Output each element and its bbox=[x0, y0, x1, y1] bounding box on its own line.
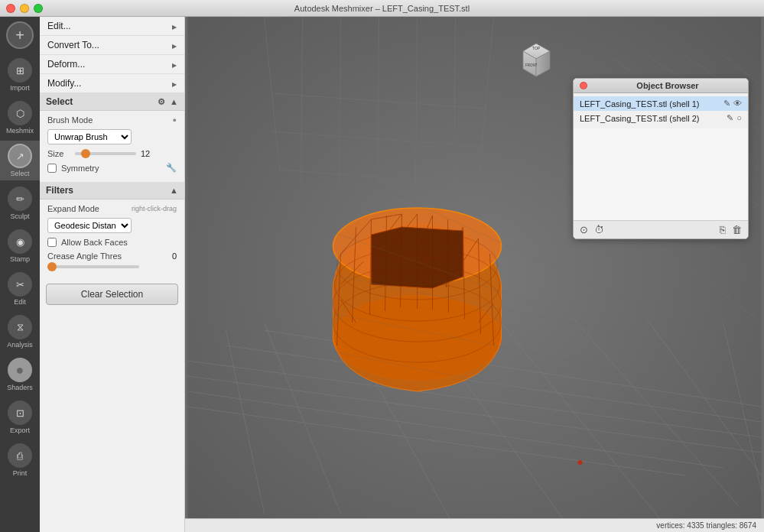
sidebar-item-export[interactable]: ⊡ Export bbox=[0, 397, 40, 437]
select-icon: ↗ bbox=[8, 144, 32, 168]
print-label: Print bbox=[13, 469, 28, 477]
shaders-icon: ● bbox=[8, 358, 32, 382]
minimize-button[interactable] bbox=[20, 4, 29, 13]
expand-mode-label: Expand Mode bbox=[47, 204, 99, 213]
icon-sidebar: + ⊞ Import ⬡ Meshmix ↗ Select ✏ Sculpt ◉… bbox=[0, 17, 40, 532]
maximize-button[interactable] bbox=[34, 4, 43, 13]
deform-menu-label: Deform... bbox=[47, 59, 85, 70]
shell2-edit-icon[interactable]: ✎ bbox=[727, 113, 733, 123]
brush-mode-dot: ● bbox=[173, 116, 177, 124]
select-section-icons: ⚙ ▲ bbox=[158, 97, 178, 107]
collapse-icon[interactable]: ▲ bbox=[170, 97, 178, 106]
modify-menu-item[interactable]: Modify... bbox=[40, 74, 184, 93]
left-panel: Edit... Convert To... Deform... Modify..… bbox=[40, 17, 185, 532]
sculpt-label: Sculpt bbox=[10, 212, 29, 220]
edit-chevron-icon bbox=[172, 21, 177, 31]
export-label: Export bbox=[10, 427, 30, 434]
edit-icon: ✂ bbox=[8, 272, 32, 297]
allow-back-faces-checkbox[interactable] bbox=[47, 238, 57, 247]
edit-menu-item[interactable]: Edit... bbox=[40, 17, 184, 36]
allow-back-faces-label: Allow Back Faces bbox=[61, 238, 128, 247]
svg-text:FRONT: FRONT bbox=[525, 63, 538, 67]
brush-mode-select[interactable]: Unwrap Brush Select Deselect bbox=[47, 129, 132, 144]
sidebar-item-edit[interactable]: ✂ Edit bbox=[0, 269, 40, 309]
deform-menu-item[interactable]: Deform... bbox=[40, 55, 184, 74]
main-container: + ⊞ Import ⬡ Meshmix ↗ Select ✏ Sculpt ◉… bbox=[0, 17, 764, 532]
select-section-header: Select ⚙ ▲ bbox=[40, 93, 184, 111]
sidebar-item-sculpt[interactable]: ✏ Sculpt bbox=[0, 183, 40, 223]
object-browser-shell2-icons: ✎ ○ bbox=[727, 113, 742, 123]
object-browser: Object Browser LEFT_Casing_TEST.stl (she… bbox=[573, 78, 749, 239]
sidebar-item-import[interactable]: ⊞ Import bbox=[0, 55, 40, 95]
expand-mode-row: Expand Mode right-click-drag bbox=[47, 204, 177, 213]
deform-chevron-icon bbox=[172, 59, 177, 70]
status-text: vertices: 4335 triangles: 8674 bbox=[656, 521, 756, 530]
sidebar-item-analysis[interactable]: ⧖ Analysis bbox=[0, 312, 40, 352]
shaders-label: Shaders bbox=[7, 384, 33, 391]
convert-chevron-icon bbox=[172, 40, 177, 50]
filters-collapse-icon[interactable]: ▲ bbox=[170, 186, 178, 195]
edit-label: Edit bbox=[14, 298, 26, 306]
window-title: Autodesk Meshmixer – LEFT_Casing_TEST.st… bbox=[294, 4, 470, 13]
size-label: Size bbox=[47, 149, 70, 158]
ob-time-icon[interactable]: ⏱ bbox=[594, 224, 604, 235]
size-value: 12 bbox=[141, 149, 150, 158]
select-section-title: Select bbox=[46, 96, 73, 107]
add-button[interactable]: + bbox=[6, 21, 34, 49]
object-browser-title-bar: Object Browser bbox=[574, 79, 748, 93]
clear-selection-button[interactable]: Clear Selection bbox=[46, 284, 178, 305]
shell2-eye-icon[interactable]: ○ bbox=[736, 113, 742, 123]
sidebar-item-stamp[interactable]: ◉ Stamp bbox=[0, 226, 40, 266]
stamp-label: Stamp bbox=[10, 255, 30, 263]
crease-angle-slider-container bbox=[47, 265, 177, 268]
brush-mode-row: Brush Mode ● bbox=[47, 115, 177, 125]
meshmix-label: Meshmix bbox=[6, 127, 34, 135]
sidebar-item-print[interactable]: ⎙ Print bbox=[0, 440, 40, 480]
object-browser-item-shell2[interactable]: LEFT_Casing_TEST.stl (shell 2) ✎ ○ bbox=[574, 111, 748, 125]
import-label: Import bbox=[10, 84, 30, 92]
select-panel-content: Brush Mode ● Unwrap Brush Select Deselec… bbox=[40, 111, 184, 182]
symmetry-checkbox[interactable] bbox=[47, 164, 57, 173]
object-browser-shell2-name: LEFT_Casing_TEST.stl (shell 2) bbox=[580, 114, 723, 123]
filters-panel-content: Expand Mode right-click-drag Geodesic Di… bbox=[40, 200, 184, 277]
close-button[interactable] bbox=[6, 4, 15, 13]
settings-icon[interactable]: ⚙ bbox=[158, 97, 165, 107]
ob-footer-right-icons: ⎘ 🗑 bbox=[720, 224, 742, 235]
ob-footer-left-icons: ⊙ ⏱ bbox=[580, 224, 604, 235]
object-browser-content: LEFT_Casing_TEST.stl (shell 1) ✎ 👁 LEFT_… bbox=[574, 93, 748, 128]
orientation-cube[interactable]: TOP FRONT bbox=[515, 40, 558, 82]
crease-angle-row: Crease Angle Thres 0 bbox=[47, 251, 177, 261]
object-browser-title: Object Browser bbox=[593, 81, 742, 90]
ob-duplicate-icon[interactable]: ⎘ bbox=[720, 224, 726, 235]
sidebar-item-shaders[interactable]: ● Shaders bbox=[0, 355, 40, 394]
object-browser-close-button[interactable] bbox=[580, 82, 587, 89]
ob-object-icon[interactable]: ⊙ bbox=[580, 224, 588, 235]
convert-menu-item[interactable]: Convert To... bbox=[40, 36, 184, 55]
size-slider-row: Size 12 bbox=[47, 149, 177, 158]
size-slider[interactable] bbox=[75, 152, 136, 155]
ob-delete-icon[interactable]: 🗑 bbox=[732, 224, 742, 235]
crease-angle-slider[interactable] bbox=[47, 265, 139, 268]
analysis-icon: ⧖ bbox=[8, 315, 32, 339]
meshmix-icon: ⬡ bbox=[8, 101, 32, 125]
shell1-eye-icon[interactable]: 👁 bbox=[733, 99, 742, 109]
analysis-label: Analysis bbox=[7, 341, 33, 349]
crease-angle-label: Crease Angle Thres bbox=[47, 251, 122, 261]
modify-chevron-icon bbox=[172, 78, 177, 89]
import-icon: ⊞ bbox=[8, 58, 32, 83]
viewport[interactable]: TOP FRONT vertices: 4335 triangles: 8674… bbox=[185, 17, 764, 532]
brush-mode-label: Brush Mode bbox=[47, 115, 93, 125]
sidebar-item-meshmix[interactable]: ⬡ Meshmix bbox=[0, 98, 40, 138]
filters-section-title: Filters bbox=[46, 185, 73, 196]
expand-mode-select[interactable]: Geodesic Distance Connected Flood Fill bbox=[47, 218, 132, 233]
allow-back-faces-row: Allow Back Faces bbox=[47, 238, 177, 247]
sidebar-item-select[interactable]: ↗ Select bbox=[0, 141, 40, 180]
filters-section-icons: ▲ bbox=[170, 186, 178, 195]
symmetry-wrench-icon[interactable]: 🔧 bbox=[166, 163, 177, 173]
window-controls[interactable] bbox=[0, 4, 43, 13]
symmetry-label: Symmetry bbox=[61, 164, 99, 173]
object-browser-footer: ⊙ ⏱ ⎘ 🗑 bbox=[574, 220, 748, 238]
object-browser-item-shell1[interactable]: LEFT_Casing_TEST.stl (shell 1) ✎ 👁 bbox=[574, 96, 748, 111]
shell1-edit-icon[interactable]: ✎ bbox=[723, 99, 730, 109]
object-browser-empty-area bbox=[574, 128, 748, 220]
